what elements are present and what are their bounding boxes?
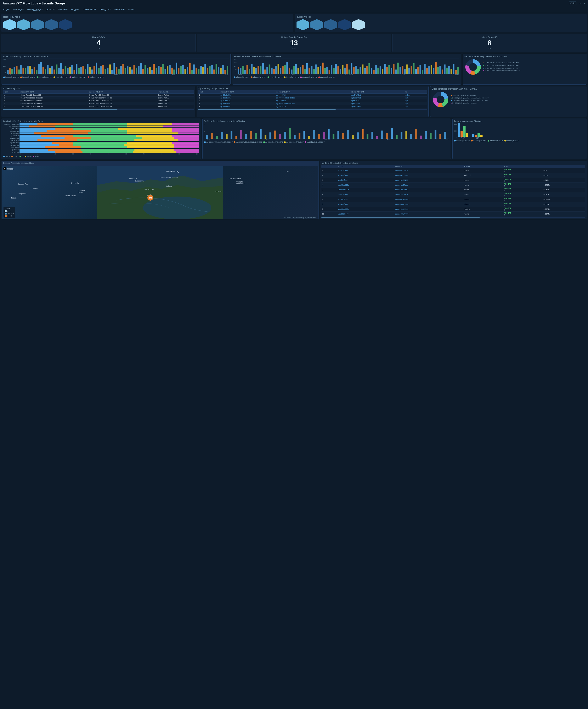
city-teresopolis: Teresópolis	[128, 178, 137, 180]
table-cell-subnet[interactable]: subnet-5c119535	[394, 168, 463, 173]
time-control[interactable]: -24h	[569, 2, 577, 5]
table-cell: sg-c54a48a1	[350, 105, 404, 108]
svg-rect-194	[424, 64, 426, 74]
table-cell-subnet[interactable]: subnet-5c119535	[394, 192, 463, 197]
svg-rect-137	[298, 68, 299, 74]
table-cell: Server Port: 22 Count: 192	[20, 94, 88, 97]
table-cell-subnet[interactable]: subnet-5c119535	[394, 173, 463, 178]
svg-rect-76	[167, 67, 169, 74]
table-cell-subnet[interactable]: subnet-fcd37cb1	[394, 187, 463, 192]
dest-port-x-axis: 0 10 20 30 40 50 60 70 80 90 100	[3, 153, 199, 155]
bytes-dist-title: Bytes Transferred by Direction and Actio…	[432, 88, 585, 90]
svg-rect-168	[366, 66, 368, 74]
table-cell-direction: internal	[463, 168, 503, 173]
bytes-donut-chart	[432, 91, 449, 108]
filter-src-port[interactable]: src_port	[71, 8, 80, 11]
p-legend-ia: inbound|ACCEPT	[234, 76, 250, 78]
svg-rect-206	[451, 69, 452, 74]
svg-rect-93	[204, 64, 206, 74]
svg-rect-199	[435, 62, 437, 74]
bar-label: sg-fbf04b1	[3, 151, 19, 153]
city-duque: Duque deCaixas	[78, 189, 85, 193]
table-cell-rank: 6	[322, 192, 337, 197]
svg-rect-252	[347, 130, 349, 139]
svg-rect-183	[400, 67, 401, 74]
svg-rect-103	[227, 66, 228, 74]
filter-vpc-id[interactable]: vpc_id	[3, 8, 10, 11]
filter-source-ip[interactable]: SourceIP	[58, 8, 68, 11]
traffic-chart-wrapper: 4 2	[204, 123, 449, 140]
table-cell: 3	[3, 100, 20, 102]
city-barra: Barra do Piraí	[18, 183, 28, 185]
svg-point-276	[143, 196, 211, 219]
app-header: Amazon VPC Flow Logs – Security Groups -…	[0, 0, 588, 7]
table-cell-subnet[interactable]: subnet-99327ae8	[394, 202, 463, 207]
bar-segment	[73, 135, 136, 137]
table-cell-subnet[interactable]: subnet-08a77d77	[394, 212, 463, 216]
svg-rect-87	[191, 70, 193, 74]
refresh-icon[interactable]: ↺	[579, 2, 581, 5]
filter-action[interactable]: action	[128, 8, 135, 11]
ports-scrollbar[interactable]	[3, 109, 194, 110]
table-row: 1sg-25b2a541sg-4944b726sg-c54a48a1sg-2..…	[198, 94, 427, 97]
table-cell: sg-beb644d1	[220, 102, 275, 105]
packets-donut-container: ■ 12.42k (11.1%) direction=inter nal act…	[464, 58, 585, 76]
bar-segment	[172, 123, 199, 125]
svg-rect-90	[198, 69, 200, 74]
hex-row-bytes	[297, 19, 585, 30]
table-cell-vpc[interactable]: vpc-b81fc467	[337, 197, 394, 202]
hex-b4	[338, 19, 351, 30]
table-cell-subnet[interactable]: subnet-4fa50123	[394, 178, 463, 183]
city-guapimirim: Guapimirim	[135, 180, 144, 182]
filter-dest-port[interactable]: dest_port	[101, 8, 111, 11]
sg-scrollbar[interactable]	[198, 109, 427, 110]
table-cell-subnet[interactable]: subnet-51085b06	[394, 197, 463, 202]
svg-rect-110	[237, 67, 239, 69]
svg-rect-173	[377, 68, 379, 74]
table-cell-vpc[interactable]: vpc-08ad193c	[337, 207, 394, 212]
filter-sg-id[interactable]: security_grp_id	[27, 8, 43, 11]
filter-dest-ip[interactable]: DestinationIP	[83, 8, 98, 11]
dest-port-legend: 20824 21567 22 23242 23970	[3, 155, 199, 157]
top10-scrollbar[interactable]	[322, 217, 585, 218]
table-cell-vpc[interactable]: vpc-42cff117	[337, 202, 394, 207]
city-rio: Rio de Janeiro	[65, 195, 76, 197]
svg-rect-192	[419, 65, 421, 74]
table-cell-vpc[interactable]: vpc-42cff117	[337, 168, 394, 173]
stacked-bar	[20, 144, 199, 146]
legend-internal-reject: internal|REJECT	[53, 76, 69, 78]
filter-subnet-id[interactable]: subnet_id	[13, 8, 24, 11]
svg-rect-65	[143, 69, 144, 74]
svg-rect-162	[353, 67, 355, 74]
table-cell-value: 0.0434...	[543, 183, 585, 187]
filter-interface-id[interactable]: interfaceid	[114, 8, 125, 11]
bar-segment	[119, 128, 172, 130]
filter-protocol[interactable]: protocol	[46, 8, 55, 11]
svg-rect-175	[382, 69, 383, 74]
svg-rect-28	[60, 63, 62, 74]
svg-rect-57	[125, 68, 126, 74]
svg-rect-260	[386, 133, 388, 139]
table-cell-vpc[interactable]: vpc-b81fc467	[337, 178, 394, 183]
table-cell: sg-25b2a541	[220, 97, 275, 100]
bottom-section: Inbound Accepts by Source Address M mapb…	[2, 161, 586, 219]
bar-segment	[163, 126, 199, 127]
mapbox-credit[interactable]: © Mapbox © OpenStreetMap Improve this ma…	[284, 217, 317, 218]
svg-rect-128	[278, 64, 279, 74]
svg-rect-10	[20, 65, 22, 74]
table-cell-subnet[interactable]: subnet-fcd37cb1	[394, 183, 463, 187]
table-cell-vpc[interactable]: vpc-b81fc467	[337, 212, 394, 216]
stacked-bar	[20, 137, 199, 139]
dest-port-panel: Destination Port Distribution by Securit…	[2, 119, 201, 159]
col-inbound-reject: inbound|REJECT	[88, 90, 157, 94]
filter-icon[interactable]: ▼	[583, 2, 585, 5]
svg-rect-116	[251, 64, 253, 74]
table-cell-vpc[interactable]: vpc-42cff117	[337, 173, 394, 178]
table-cell-vpc[interactable]: vpc-08ed193c	[337, 187, 394, 192]
table-cell-vpc[interactable]: vpc-08ed193c	[337, 183, 394, 187]
svg-rect-203	[444, 64, 445, 74]
table-cell-subnet[interactable]: subnet-99327ae8	[394, 207, 463, 212]
table-cell: Server Port:...	[157, 97, 194, 100]
svg-rect-139	[302, 65, 304, 74]
table-cell-vpc[interactable]: vpc-42cff117	[337, 192, 394, 197]
